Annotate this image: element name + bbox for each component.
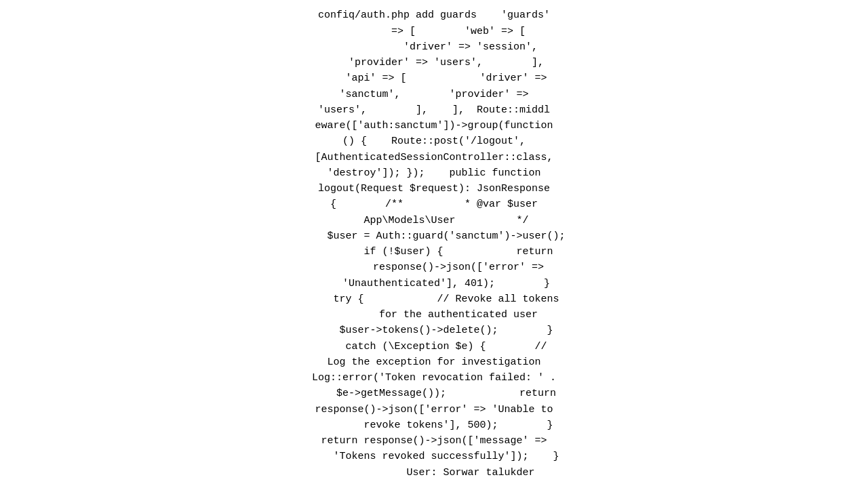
code-block: confiq/auth.php add guards 'guards' => [… bbox=[302, 7, 565, 481]
